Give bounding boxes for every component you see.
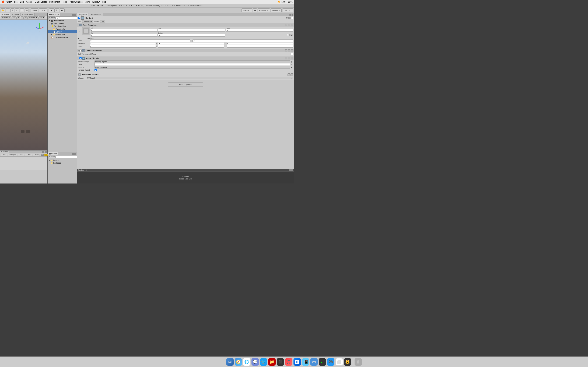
menu-edit[interactable]: Edit bbox=[20, 1, 24, 3]
mat-select-btn[interactable]: ⊙ bbox=[287, 73, 290, 76]
thumbnails-item[interactable]: ▼ 📁 Thumbnails bbox=[48, 28, 77, 30]
error-pause-button[interactable]: Error Pause bbox=[25, 154, 32, 156]
scale-z-input[interactable] bbox=[227, 45, 293, 48]
light-btn[interactable]: ☀ bbox=[17, 17, 20, 19]
anchor-diagram[interactable] bbox=[82, 27, 90, 35]
project-tab[interactable]: Project bbox=[48, 152, 58, 155]
inspector-maximize[interactable] bbox=[292, 14, 293, 16]
console-tab[interactable]: Console bbox=[0, 151, 9, 153]
rt-menu-btn[interactable]: ▼ bbox=[291, 24, 293, 26]
game-tab[interactable]: Game bbox=[10, 13, 20, 16]
fx-btn[interactable]: ✦ bbox=[24, 17, 28, 19]
scale-x-input[interactable] bbox=[90, 45, 156, 48]
cr-settings-btn[interactable]: ≡ bbox=[288, 50, 290, 52]
scale-tool[interactable]: ⤢ bbox=[15, 8, 19, 12]
image-script-header[interactable]: ▶ Image (Script) ? ≡ ▼ bbox=[77, 56, 294, 60]
bottom-input[interactable] bbox=[158, 34, 225, 36]
rect-transform-header[interactable]: ▶ Rect Transform ? ≡ ▼ bbox=[77, 23, 294, 26]
left-input[interactable] bbox=[91, 29, 158, 32]
all-dropdown[interactable]: All ▼ bbox=[39, 17, 45, 19]
clear-button[interactable]: Clear bbox=[1, 154, 7, 156]
raycast-checkbox[interactable] bbox=[95, 69, 97, 71]
menu-gameobject[interactable]: GameObject bbox=[35, 1, 47, 3]
menu-help[interactable]: Help bbox=[102, 1, 106, 3]
content-item[interactable]: 📋 Content bbox=[48, 30, 77, 33]
project-create-button[interactable]: Create ▼ bbox=[48, 156, 56, 158]
layout-dropdown[interactable]: Layout ▼ bbox=[282, 8, 293, 12]
is-help-btn[interactable]: ? bbox=[285, 57, 287, 59]
layer-dropdown[interactable]: UI ▼ bbox=[100, 20, 105, 23]
hierarchy-search[interactable] bbox=[56, 17, 77, 19]
collapse-button[interactable]: Collapse bbox=[8, 154, 17, 156]
mat-settings-btn[interactable]: ≡ bbox=[291, 73, 293, 76]
cr-help-btn[interactable]: ? bbox=[285, 50, 287, 52]
menu-window[interactable]: Window bbox=[92, 1, 100, 3]
rect-tool[interactable]: ⬜ bbox=[20, 8, 24, 12]
menu-file[interactable]: File bbox=[14, 1, 17, 3]
hierarchy-tab[interactable]: Hierarchy bbox=[48, 13, 60, 16]
account-dropdown[interactable]: Account ▼ bbox=[258, 8, 270, 12]
clear-on-play-button[interactable]: Clear on Play bbox=[18, 154, 24, 156]
menu-tools[interactable]: Tools bbox=[62, 1, 67, 3]
apple-menu[interactable]: 🍎 bbox=[1, 0, 4, 3]
rotate-tool[interactable]: ↻ bbox=[10, 8, 14, 12]
hierarchy-maximize[interactable] bbox=[74, 14, 76, 16]
menu-assetbundles[interactable]: AssetBundles bbox=[70, 1, 82, 3]
console-maximize[interactable] bbox=[45, 151, 47, 153]
menu-unity[interactable]: Unity bbox=[7, 1, 12, 3]
pivot-x-input[interactable] bbox=[90, 40, 190, 42]
menu-vrm[interactable]: VRM bbox=[85, 1, 90, 3]
gizmos-dropdown[interactable]: Gizmos ▼ bbox=[28, 17, 38, 19]
object-active-checkbox[interactable] bbox=[78, 17, 80, 19]
add-component-button[interactable]: Add Component bbox=[168, 83, 203, 87]
main-camera-item[interactable]: 📷 Main Camera bbox=[48, 22, 77, 25]
posz-input[interactable] bbox=[226, 29, 293, 32]
preview-maximize[interactable] bbox=[291, 169, 293, 171]
tag-dropdown[interactable]: Untagged ▼ bbox=[82, 20, 93, 23]
inspector-minimize[interactable] bbox=[289, 14, 291, 16]
material-picker[interactable]: ◉ bbox=[291, 66, 293, 68]
is-settings-btn[interactable]: ≡ bbox=[288, 57, 290, 59]
audio-btn[interactable]: ♪ bbox=[21, 17, 24, 19]
rt-settings-btn[interactable]: ≡ bbox=[288, 24, 290, 26]
layers-dropdown[interactable]: Layers ▼ bbox=[270, 8, 282, 12]
menu-assets[interactable]: Assets bbox=[26, 1, 32, 3]
transform-tool[interactable]: ⊕ bbox=[25, 8, 29, 12]
right-input[interactable] bbox=[91, 34, 158, 36]
scene-root-item[interactable]: ▼ 🎬 PrefabScene bbox=[48, 19, 77, 22]
rot-y-input[interactable] bbox=[158, 42, 224, 45]
menu-component[interactable]: Component bbox=[49, 1, 60, 3]
preview-minimize[interactable] bbox=[289, 169, 291, 171]
pivot-button[interactable]: Pivot bbox=[31, 8, 38, 12]
inspector-tab[interactable]: Inspector bbox=[77, 13, 89, 16]
pivot-y-input[interactable] bbox=[192, 40, 293, 42]
editor-button[interactable]: Editor bbox=[33, 154, 40, 156]
cull-checkbox[interactable] bbox=[291, 53, 293, 55]
cr-enabled-checkbox[interactable] bbox=[79, 50, 82, 52]
is-enabled-checkbox[interactable] bbox=[79, 57, 82, 59]
source-image-picker[interactable]: ◉ bbox=[291, 60, 293, 63]
rot-z-input[interactable] bbox=[227, 42, 293, 45]
hierarchy-minimize[interactable] bbox=[72, 14, 74, 16]
scene-tab[interactable]: Scene bbox=[0, 13, 10, 16]
is-menu-btn[interactable]: ▼ bbox=[291, 57, 293, 59]
cloud-button[interactable]: ☁ bbox=[253, 8, 257, 12]
rt-extra-btn-2[interactable]: R bbox=[289, 34, 293, 36]
move-tool[interactable]: ✛ bbox=[6, 8, 10, 12]
canvas-renderer-header[interactable]: ▶ Canvas Renderer ? ≡ ▼ bbox=[77, 49, 294, 52]
shading-dropdown[interactable]: Shaded ▼ bbox=[1, 17, 11, 19]
project-minimize[interactable] bbox=[72, 153, 74, 155]
pause-button[interactable]: ⏸ bbox=[54, 8, 59, 12]
hierarchy-create-button[interactable]: Create ▼ bbox=[48, 17, 56, 19]
top-input[interactable] bbox=[158, 29, 225, 32]
directional-light-item[interactable]: 💡 Directional Light bbox=[48, 25, 77, 28]
assets-folder-item[interactable]: ▶ 📁 Assets bbox=[48, 159, 77, 161]
rt-help-btn[interactable]: ? bbox=[285, 24, 287, 26]
collab-dropdown[interactable]: Collab ▼ bbox=[242, 8, 252, 12]
rot-x-input[interactable] bbox=[90, 42, 156, 45]
color-picker-btn[interactable]: ✎ bbox=[291, 63, 293, 66]
avatar-editor-item[interactable]: ▶ 📁 AvatarEditor bbox=[48, 33, 77, 36]
packages-folder-item[interactable]: ▶ 📁 Packages bbox=[48, 161, 77, 164]
hand-tool[interactable]: ✋ bbox=[1, 8, 5, 12]
dimension-btn[interactable]: 2D bbox=[12, 17, 16, 19]
